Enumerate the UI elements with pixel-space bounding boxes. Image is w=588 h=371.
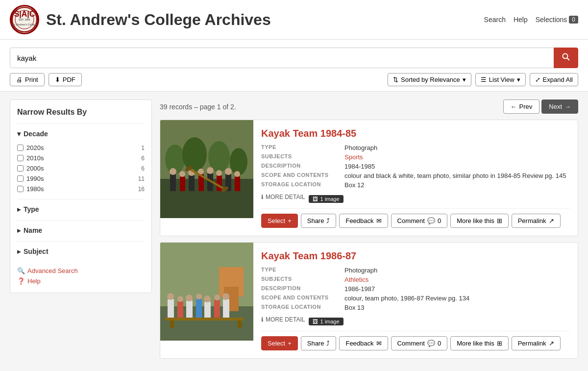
comment-button-1[interactable]: Comment 💬 0 bbox=[391, 214, 448, 228]
svg-rect-15 bbox=[180, 176, 185, 191]
svg-point-22 bbox=[207, 167, 214, 174]
help-link[interactable]: ❓ Help bbox=[17, 277, 145, 285]
svg-rect-13 bbox=[170, 174, 176, 191]
info-icon: ℹ bbox=[261, 316, 264, 323]
external-link-icon: ↗ bbox=[549, 340, 554, 347]
svg-rect-38 bbox=[177, 301, 183, 319]
svg-point-45 bbox=[204, 296, 211, 302]
svg-rect-51 bbox=[170, 321, 174, 328]
feedback-button-2[interactable]: Feedback ✉ bbox=[339, 336, 388, 350]
search-bar-area: 🖨 Print ⬇ PDF ⇅ Sorted by Relevance ▾ ☰ … bbox=[0, 40, 588, 92]
record-footer-2: Select + Share ⤴ Feedback ✉ Comment 💬 bbox=[261, 331, 570, 350]
results-count: 39 records – page 1 of 2. bbox=[160, 103, 236, 111]
sort-select[interactable]: ⇅ Sorted by Relevance ▾ bbox=[388, 73, 471, 86]
svg-point-12 bbox=[230, 148, 247, 175]
svg-point-39 bbox=[177, 296, 183, 302]
info-icon: ℹ bbox=[261, 194, 264, 200]
record-fields-1: TYPE Photograph SUBJECTS Sports DESCRIPT… bbox=[261, 144, 570, 189]
view-select[interactable]: ☰ List View ▾ bbox=[475, 73, 526, 86]
list-item: 2020s 1 bbox=[17, 143, 145, 153]
comment-button-2[interactable]: Comment 💬 0 bbox=[391, 336, 448, 350]
site-title: St. Andrew's College Archives bbox=[46, 11, 271, 29]
toolbar-right: ⇅ Sorted by Relevance ▾ ☰ List View ▾ ⤢ … bbox=[388, 73, 578, 86]
more-detail-link-1[interactable]: ℹ MORE DETAIL bbox=[261, 194, 305, 200]
svg-rect-46 bbox=[214, 300, 220, 319]
print-button[interactable]: 🖨 Print bbox=[10, 73, 45, 86]
share-icon: ⤴ bbox=[326, 340, 330, 347]
svg-point-49 bbox=[222, 293, 229, 300]
advanced-search-link[interactable]: 🔍 Advanced Search bbox=[17, 267, 145, 274]
sort-chevron-icon: ▾ bbox=[463, 76, 466, 83]
facet-decade-header[interactable]: ▾ Decade bbox=[17, 128, 145, 140]
facet-subject-header[interactable]: ▸ Subject bbox=[17, 246, 145, 257]
svg-point-43 bbox=[196, 294, 202, 299]
svg-rect-44 bbox=[204, 301, 211, 319]
svg-point-16 bbox=[179, 171, 185, 177]
permalink-button-2[interactable]: Permalink ↗ bbox=[512, 336, 561, 350]
nav-help[interactable]: Help bbox=[514, 16, 528, 24]
svg-text:St. Andrew's College: St. Andrew's College bbox=[12, 23, 37, 26]
facet-decade-items: 2020s 1 2010s 6 2000s 6 bbox=[17, 143, 145, 194]
more-like-this-button-2[interactable]: More like this ⊞ bbox=[450, 336, 509, 350]
search-input[interactable] bbox=[10, 48, 554, 68]
svg-point-47 bbox=[214, 295, 220, 300]
facet-type-header[interactable]: ▸ Type bbox=[17, 203, 145, 215]
svg-point-14 bbox=[170, 168, 176, 175]
share-button-1[interactable]: Share ⤴ bbox=[301, 214, 337, 228]
record-title-2[interactable]: Kayak Team 1986-87 bbox=[261, 250, 570, 262]
comment-icon: 💬 bbox=[427, 340, 435, 347]
decade-2010s-checkbox[interactable] bbox=[17, 155, 24, 161]
permalink-button-1[interactable]: Permalink ↗ bbox=[512, 214, 561, 228]
next-icon: → bbox=[564, 103, 571, 110]
record-fields-2: TYPE Photograph SUBJECTS Athletics DESCR… bbox=[261, 267, 570, 311]
facet-name-header[interactable]: ▸ Name bbox=[17, 224, 145, 236]
more-like-this-button-1[interactable]: More like this ⊞ bbox=[450, 214, 509, 228]
image-badge-1: 🖼 1 image bbox=[309, 195, 343, 203]
pdf-button[interactable]: ⬇ PDF bbox=[49, 73, 82, 86]
facet-name: ▸ Name bbox=[17, 220, 145, 236]
svg-rect-42 bbox=[196, 299, 202, 319]
decade-2020s-checkbox[interactable] bbox=[17, 145, 24, 151]
list-item: 1980s 16 bbox=[17, 184, 145, 194]
header-nav: Search Help Selections 0 bbox=[484, 16, 578, 24]
feedback-button-1[interactable]: Feedback ✉ bbox=[339, 214, 388, 228]
record-image-1 bbox=[160, 120, 253, 218]
prev-icon: ← bbox=[511, 103, 517, 110]
svg-point-26 bbox=[225, 168, 232, 175]
select-button-1[interactable]: Select + bbox=[261, 214, 298, 228]
facet-subject: ▸ Subject bbox=[17, 241, 145, 257]
decade-1980s-checkbox[interactable] bbox=[17, 186, 24, 192]
results-header: 39 records – page 1 of 2. ← Prev Next → bbox=[160, 99, 578, 114]
print-icon: 🖨 bbox=[16, 76, 23, 83]
plus-icon: + bbox=[288, 217, 292, 224]
svg-point-24 bbox=[216, 170, 222, 176]
svg-rect-52 bbox=[238, 321, 242, 328]
similar-icon: ⊞ bbox=[497, 217, 502, 224]
svg-rect-17 bbox=[189, 175, 195, 191]
share-button-2[interactable]: Share ⤴ bbox=[301, 336, 337, 350]
feedback-icon: ✉ bbox=[376, 217, 382, 224]
svg-rect-36 bbox=[168, 299, 174, 319]
prev-button[interactable]: ← Prev bbox=[503, 99, 540, 114]
detail-row-2: ℹ MORE DETAIL 🖼 1 image bbox=[261, 316, 570, 327]
image-icon: 🖼 bbox=[313, 196, 318, 202]
decade-2000s-checkbox[interactable] bbox=[17, 165, 24, 172]
search-button[interactable] bbox=[554, 48, 578, 68]
header-left: S|A|C EST. 1899 St. Andrew's College St.… bbox=[10, 5, 271, 34]
toolbar-left: 🖨 Print ⬇ PDF bbox=[10, 73, 82, 86]
select-button-2[interactable]: Select + bbox=[261, 336, 298, 350]
nav-selections[interactable]: Selections 0 bbox=[536, 16, 578, 24]
next-button[interactable]: Next → bbox=[541, 99, 578, 114]
nav-search[interactable]: Search bbox=[484, 16, 506, 24]
more-detail-link-2[interactable]: ℹ MORE DETAIL bbox=[261, 316, 305, 323]
image-badge-2: 🖼 1 image bbox=[309, 318, 343, 325]
record-footer-1: Select + Share ⤴ Feedback ✉ Comment 💬 bbox=[261, 208, 570, 228]
list-item: 2000s 6 bbox=[17, 163, 145, 173]
table-row: Kayak Team 1986-87 TYPE Photograph SUBJE… bbox=[160, 242, 578, 359]
decade-1990s-checkbox[interactable] bbox=[17, 175, 24, 182]
svg-point-10 bbox=[182, 137, 207, 172]
record-title-1[interactable]: Kayak Team 1984-85 bbox=[261, 128, 570, 139]
external-link-icon: ↗ bbox=[549, 217, 554, 224]
expand-all-button[interactable]: ⤢ Expand All bbox=[530, 73, 578, 86]
facet-decade: ▾ Decade 2020s 1 2010s 6 bbox=[17, 124, 145, 194]
